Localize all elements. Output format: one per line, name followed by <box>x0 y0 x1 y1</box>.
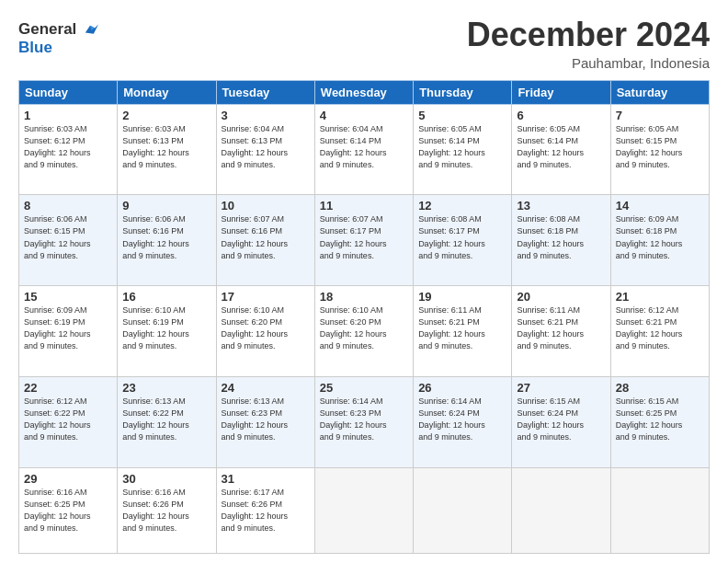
day-cell-10: 10 Sunrise: 6:07 AMSunset: 6:16 PMDaylig… <box>216 195 314 286</box>
day-cell-2: 2 Sunrise: 6:03 AMSunset: 6:13 PMDayligh… <box>118 104 216 195</box>
day-info: Sunrise: 6:15 AMSunset: 6:24 PMDaylight:… <box>517 396 605 443</box>
day-info: Sunrise: 6:08 AMSunset: 6:18 PMDaylight:… <box>517 213 605 261</box>
day-info: Sunrise: 6:12 AMSunset: 6:22 PMDaylight:… <box>24 396 112 443</box>
day-info: Sunrise: 6:07 AMSunset: 6:16 PMDaylight:… <box>222 213 310 261</box>
logo: General Blue <box>18 20 100 56</box>
day-cell-7: 7 Sunrise: 6:05 AMSunset: 6:15 PMDayligh… <box>610 104 709 195</box>
day-info: Sunrise: 6:16 AMSunset: 6:26 PMDaylight:… <box>122 487 210 534</box>
empty-cell <box>610 467 709 553</box>
day-cell-29: 29 Sunrise: 6:16 AMSunset: 6:25 PMDaylig… <box>19 467 118 553</box>
day-number: 7 <box>616 109 704 122</box>
day-number: 10 <box>222 199 310 213</box>
day-info: Sunrise: 6:08 AMSunset: 6:17 PMDaylight:… <box>418 213 506 261</box>
day-number: 3 <box>222 109 310 122</box>
month-title: December 2024 <box>467 17 710 53</box>
header: General Blue December 2024 Pauhambar, In… <box>18 17 710 71</box>
day-info: Sunrise: 6:09 AMSunset: 6:19 PMDaylight:… <box>24 304 112 352</box>
day-info: Sunrise: 6:04 AMSunset: 6:13 PMDaylight:… <box>222 123 310 171</box>
day-number: 24 <box>222 381 310 395</box>
day-info: Sunrise: 6:11 AMSunset: 6:21 PMDaylight:… <box>418 304 506 352</box>
empty-cell <box>314 467 413 553</box>
day-number: 29 <box>24 472 112 486</box>
day-info: Sunrise: 6:07 AMSunset: 6:17 PMDaylight:… <box>320 213 408 261</box>
day-number: 22 <box>24 381 112 395</box>
day-cell-17: 17 Sunrise: 6:10 AMSunset: 6:20 PMDaylig… <box>216 286 314 377</box>
day-cell-22: 22 Sunrise: 6:12 AMSunset: 6:22 PMDaylig… <box>19 377 118 468</box>
day-number: 4 <box>320 109 408 122</box>
empty-cell <box>512 467 610 553</box>
day-cell-19: 19 Sunrise: 6:11 AMSunset: 6:21 PMDaylig… <box>414 286 512 377</box>
day-cell-5: 5 Sunrise: 6:05 AMSunset: 6:14 PMDayligh… <box>414 104 512 195</box>
location: Pauhambar, Indonesia <box>467 55 710 71</box>
day-cell-8: 8 Sunrise: 6:06 AMSunset: 6:15 PMDayligh… <box>19 195 118 286</box>
day-cell-23: 23 Sunrise: 6:13 AMSunset: 6:22 PMDaylig… <box>118 377 216 468</box>
table-row: 15 Sunrise: 6:09 AMSunset: 6:19 PMDaylig… <box>19 286 710 377</box>
day-number: 15 <box>24 290 112 304</box>
day-info: Sunrise: 6:10 AMSunset: 6:20 PMDaylight:… <box>222 304 310 352</box>
day-number: 19 <box>418 290 506 304</box>
day-number: 31 <box>222 472 310 486</box>
day-cell-31: 31 Sunrise: 6:17 AMSunset: 6:26 PMDaylig… <box>216 467 314 553</box>
day-cell-18: 18 Sunrise: 6:10 AMSunset: 6:20 PMDaylig… <box>314 286 413 377</box>
day-cell-26: 26 Sunrise: 6:14 AMSunset: 6:24 PMDaylig… <box>414 377 512 468</box>
day-number: 2 <box>122 109 210 122</box>
day-cell-9: 9 Sunrise: 6:06 AMSunset: 6:16 PMDayligh… <box>118 195 216 286</box>
table-row: 29 Sunrise: 6:16 AMSunset: 6:25 PMDaylig… <box>19 467 710 553</box>
day-cell-25: 25 Sunrise: 6:14 AMSunset: 6:23 PMDaylig… <box>314 377 413 468</box>
day-number: 11 <box>320 199 408 213</box>
day-number: 28 <box>616 381 704 395</box>
col-wednesday: Wednesday <box>314 80 413 104</box>
logo-blue: Blue <box>18 39 100 57</box>
col-saturday: Saturday <box>610 80 709 104</box>
day-cell-27: 27 Sunrise: 6:15 AMSunset: 6:24 PMDaylig… <box>512 377 610 468</box>
day-cell-12: 12 Sunrise: 6:08 AMSunset: 6:17 PMDaylig… <box>414 195 512 286</box>
day-info: Sunrise: 6:10 AMSunset: 6:19 PMDaylight:… <box>122 304 210 352</box>
table-row: 1 Sunrise: 6:03 AMSunset: 6:12 PMDayligh… <box>19 104 710 195</box>
day-number: 17 <box>222 290 310 304</box>
day-cell-13: 13 Sunrise: 6:08 AMSunset: 6:18 PMDaylig… <box>512 195 610 286</box>
calendar-header-row: Sunday Monday Tuesday Wednesday Thursday… <box>19 80 710 104</box>
day-number: 26 <box>418 381 506 395</box>
day-info: Sunrise: 6:05 AMSunset: 6:14 PMDaylight:… <box>517 123 605 171</box>
day-info: Sunrise: 6:13 AMSunset: 6:22 PMDaylight:… <box>122 396 210 443</box>
day-info: Sunrise: 6:17 AMSunset: 6:26 PMDaylight:… <box>222 487 310 534</box>
day-cell-20: 20 Sunrise: 6:11 AMSunset: 6:21 PMDaylig… <box>512 286 610 377</box>
day-info: Sunrise: 6:11 AMSunset: 6:21 PMDaylight:… <box>517 304 605 352</box>
day-info: Sunrise: 6:06 AMSunset: 6:16 PMDaylight:… <box>122 213 210 261</box>
day-info: Sunrise: 6:03 AMSunset: 6:13 PMDaylight:… <box>122 123 210 171</box>
day-number: 25 <box>320 381 408 395</box>
col-tuesday: Tuesday <box>216 80 314 104</box>
day-cell-14: 14 Sunrise: 6:09 AMSunset: 6:18 PMDaylig… <box>610 195 709 286</box>
day-number: 1 <box>24 109 112 122</box>
day-number: 21 <box>616 290 704 304</box>
day-number: 5 <box>418 109 506 122</box>
day-info: Sunrise: 6:06 AMSunset: 6:15 PMDaylight:… <box>24 213 112 261</box>
day-number: 12 <box>418 199 506 213</box>
day-info: Sunrise: 6:05 AMSunset: 6:14 PMDaylight:… <box>418 123 506 171</box>
day-info: Sunrise: 6:09 AMSunset: 6:18 PMDaylight:… <box>616 213 704 261</box>
day-info: Sunrise: 6:16 AMSunset: 6:25 PMDaylight:… <box>24 487 112 534</box>
day-info: Sunrise: 6:03 AMSunset: 6:12 PMDaylight:… <box>24 123 112 171</box>
day-cell-21: 21 Sunrise: 6:12 AMSunset: 6:21 PMDaylig… <box>610 286 709 377</box>
empty-cell <box>414 467 512 553</box>
day-cell-11: 11 Sunrise: 6:07 AMSunset: 6:17 PMDaylig… <box>314 195 413 286</box>
day-number: 18 <box>320 290 408 304</box>
day-cell-3: 3 Sunrise: 6:04 AMSunset: 6:13 PMDayligh… <box>216 104 314 195</box>
day-number: 9 <box>122 199 210 213</box>
day-info: Sunrise: 6:15 AMSunset: 6:25 PMDaylight:… <box>616 396 704 443</box>
day-info: Sunrise: 6:05 AMSunset: 6:15 PMDaylight:… <box>616 123 704 171</box>
day-number: 14 <box>616 199 704 213</box>
day-cell-16: 16 Sunrise: 6:10 AMSunset: 6:19 PMDaylig… <box>118 286 216 377</box>
day-cell-28: 28 Sunrise: 6:15 AMSunset: 6:25 PMDaylig… <box>610 377 709 468</box>
day-info: Sunrise: 6:14 AMSunset: 6:23 PMDaylight:… <box>320 396 408 443</box>
day-cell-4: 4 Sunrise: 6:04 AMSunset: 6:14 PMDayligh… <box>314 104 413 195</box>
day-info: Sunrise: 6:04 AMSunset: 6:14 PMDaylight:… <box>320 123 408 171</box>
day-info: Sunrise: 6:13 AMSunset: 6:23 PMDaylight:… <box>222 396 310 443</box>
day-cell-1: 1 Sunrise: 6:03 AMSunset: 6:12 PMDayligh… <box>19 104 118 195</box>
day-cell-24: 24 Sunrise: 6:13 AMSunset: 6:23 PMDaylig… <box>216 377 314 468</box>
day-number: 30 <box>122 472 210 486</box>
day-info: Sunrise: 6:10 AMSunset: 6:20 PMDaylight:… <box>320 304 408 352</box>
day-info: Sunrise: 6:14 AMSunset: 6:24 PMDaylight:… <box>418 396 506 443</box>
day-info: Sunrise: 6:12 AMSunset: 6:21 PMDaylight:… <box>616 304 704 352</box>
day-number: 6 <box>517 109 605 122</box>
